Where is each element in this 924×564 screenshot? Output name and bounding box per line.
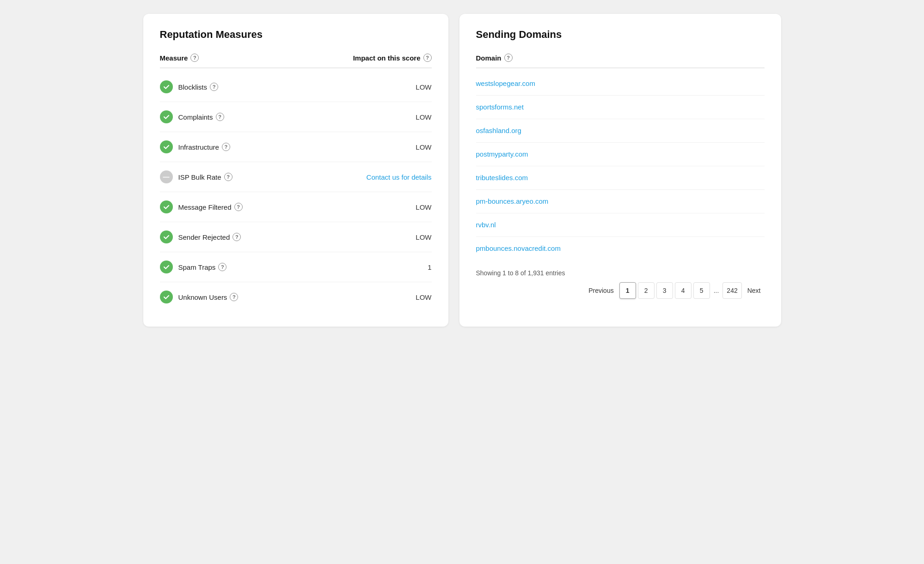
measure-row: Blocklists ? LOW — [160, 72, 432, 102]
check-icon — [160, 291, 173, 303]
domain-link[interactable]: rvbv.nl — [476, 221, 496, 229]
measure-impact-text: LOW — [416, 203, 431, 211]
measure-row-help-icon[interactable]: ? — [216, 113, 224, 121]
check-icon — [160, 110, 173, 123]
domain-row: pm-bounces.aryeo.com — [476, 190, 765, 213]
check-icon — [160, 230, 173, 243]
check-icon — [160, 200, 173, 213]
domain-row: tributeslides.com — [476, 166, 765, 190]
measure-row: Sender Rejected ? LOW — [160, 222, 432, 252]
pagination-page-3-button[interactable]: 3 — [656, 282, 673, 299]
impact-help-icon[interactable]: ? — [423, 54, 432, 62]
measure-row: Infrastructure ? LOW — [160, 132, 432, 162]
measure-left: Sender Rejected ? — [160, 230, 241, 243]
pagination-next-button[interactable]: Next — [744, 282, 765, 299]
check-icon — [160, 261, 173, 273]
reputation-measures-card: Reputation Measures Measure ? Impact on … — [143, 14, 448, 327]
domains-list: westslopegear.comsportsforms.netosfashla… — [476, 72, 765, 260]
measure-impact-text: LOW — [416, 143, 431, 151]
measure-left: ISP Bulk Rate ? — [160, 170, 233, 183]
pagination-page-5-button[interactable]: 5 — [693, 282, 710, 299]
measure-row: Spam Traps ? 1 — [160, 252, 432, 282]
domain-link[interactable]: pmbounces.novacredit.com — [476, 244, 561, 252]
check-icon — [160, 80, 173, 93]
pagination-ellipsis: ... — [712, 287, 721, 294]
domain-row: pmbounces.novacredit.com — [476, 237, 765, 260]
domain-link[interactable]: osfashland.org — [476, 127, 521, 134]
pagination-page-4-button[interactable]: 4 — [675, 282, 691, 299]
measure-impact-text: LOW — [416, 83, 431, 91]
domain-row: postmyparty.com — [476, 143, 765, 166]
domain-column-header: Domain ? — [476, 54, 765, 62]
measure-name: Complaints ? — [178, 113, 224, 121]
check-icon — [160, 140, 173, 153]
measure-left: Complaints ? — [160, 110, 224, 123]
measure-impact-text: LOW — [416, 233, 431, 241]
measure-left: Unknown Users ? — [160, 291, 239, 303]
measure-row: ISP Bulk Rate ? Contact us for details — [160, 162, 432, 192]
measure-name: ISP Bulk Rate ? — [178, 173, 233, 181]
measure-row: Unknown Users ? LOW — [160, 282, 432, 312]
measure-row-help-icon[interactable]: ? — [224, 173, 233, 181]
measure-row-help-icon[interactable]: ? — [230, 293, 238, 301]
measure-impact-text: LOW — [416, 293, 431, 301]
measure-row-help-icon[interactable]: ? — [218, 263, 226, 271]
measure-row-help-icon[interactable]: ? — [233, 233, 241, 241]
pagination-last-page-button[interactable]: 242 — [722, 282, 741, 299]
measure-left: Spam Traps ? — [160, 261, 227, 273]
domain-link[interactable]: sportsforms.net — [476, 103, 524, 111]
measure-name: Unknown Users ? — [178, 293, 239, 301]
domain-help-icon[interactable]: ? — [504, 54, 513, 62]
domain-link[interactable]: tributeslides.com — [476, 174, 528, 182]
domain-link[interactable]: westslopegear.com — [476, 79, 535, 87]
domain-row: rvbv.nl — [476, 213, 765, 237]
pagination-page-2-button[interactable]: 2 — [638, 282, 655, 299]
reputation-measures-title: Reputation Measures — [160, 29, 432, 41]
measure-impact-text: 1 — [428, 263, 431, 271]
pagination-previous-button[interactable]: Previous — [585, 282, 617, 299]
domain-link[interactable]: postmyparty.com — [476, 150, 528, 158]
measure-impact-text: LOW — [416, 113, 431, 121]
measure-name: Message Filtered ? — [178, 203, 243, 211]
pagination: Previous12345...242Next — [476, 282, 765, 299]
domain-link[interactable]: pm-bounces.aryeo.com — [476, 197, 549, 205]
domain-row: westslopegear.com — [476, 72, 765, 96]
measure-help-icon[interactable]: ? — [190, 54, 199, 62]
measures-table-header: Measure ? Impact on this score ? — [160, 54, 432, 68]
measure-name: Infrastructure ? — [178, 143, 230, 151]
neutral-icon — [160, 170, 173, 183]
measure-row-help-icon[interactable]: ? — [222, 143, 230, 151]
domain-table-header: Domain ? — [476, 54, 765, 68]
domain-row: sportsforms.net — [476, 96, 765, 119]
measure-name: Blocklists ? — [178, 83, 219, 91]
measure-left: Message Filtered ? — [160, 200, 243, 213]
measure-row-help-icon[interactable]: ? — [210, 83, 218, 91]
measure-row: Message Filtered ? LOW — [160, 192, 432, 222]
measure-name: Spam Traps ? — [178, 263, 227, 271]
sending-domains-card: Sending Domains Domain ? westslopegear.c… — [459, 14, 781, 327]
measure-left: Infrastructure ? — [160, 140, 230, 153]
measure-impact-link[interactable]: Contact us for details — [367, 173, 432, 181]
pagination-info: Showing 1 to 8 of 1,931 entries — [476, 269, 765, 277]
impact-column-header: Impact on this score ? — [353, 54, 432, 62]
sending-domains-title: Sending Domains — [476, 29, 765, 41]
pagination-page-1-button[interactable]: 1 — [619, 282, 636, 299]
measures-list: Blocklists ? LOW Complaints ? LOW — [160, 72, 432, 312]
measure-row-help-icon[interactable]: ? — [234, 203, 243, 211]
page-wrapper: Reputation Measures Measure ? Impact on … — [143, 14, 781, 327]
measure-column-header: Measure ? — [160, 54, 199, 62]
measure-row: Complaints ? LOW — [160, 102, 432, 132]
domain-row: osfashland.org — [476, 119, 765, 143]
measure-left: Blocklists ? — [160, 80, 219, 93]
measure-name: Sender Rejected ? — [178, 233, 241, 241]
